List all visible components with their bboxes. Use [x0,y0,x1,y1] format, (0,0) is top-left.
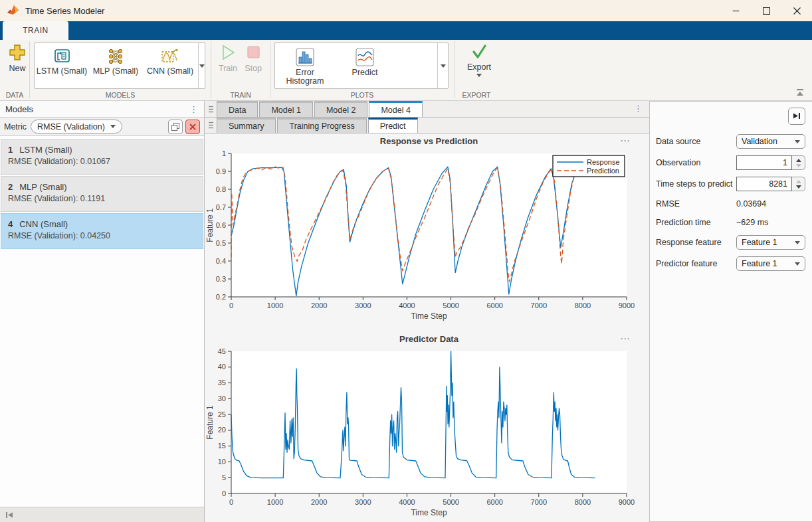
plots-gallery: Error Histogram Predict [274,43,449,89]
section-label-data: DATA [0,91,29,99]
cnn-label: CNN (Small) [147,67,193,76]
predictor-data-chart: ⋯ 01000200030004000500060007000800090000… [205,331,649,522]
svg-text:8000: 8000 [575,498,591,506]
metric-label: Metric [4,122,27,131]
tab-list-icon[interactable] [205,118,217,133]
model-list-item[interactable]: 1LSTM (Small) RMSE (Validation): 0.01067 [1,139,203,175]
tab-list-icon[interactable] [205,101,217,117]
svg-text:5000: 5000 [443,498,458,506]
chevron-down-icon [441,64,446,68]
tab-training-progress[interactable]: Training Progress [277,118,366,133]
plots-gallery-dropdown[interactable] [437,43,448,88]
svg-text:3000: 3000 [355,302,371,309]
copy-icon [171,122,180,131]
mlp-small-button[interactable]: MLP (Small) [89,43,142,88]
model-metric: RMSE (Validation): 0.1191 [8,194,196,203]
matlab-logo-icon [7,4,20,17]
tab-row-menu-icon[interactable]: ⋮ [634,104,643,114]
svg-text:20: 20 [218,426,226,434]
delete-model-button[interactable] [185,120,200,134]
models-gallery-dropdown[interactable] [198,43,205,88]
model-metric: RMSE (Validation): 0.01067 [8,157,196,166]
spinner-up-icon[interactable] [796,159,801,162]
svg-text:7000: 7000 [531,498,547,506]
tab-model-4[interactable]: Model 4 [369,101,422,117]
data-source-dropdown[interactable]: Validation [736,134,805,149]
main-area: Models ⋮ Metric RMSE (Validation) [0,101,812,522]
predictor-feature-dropdown[interactable]: Feature 1 [736,256,805,271]
svg-text:10: 10 [218,458,226,466]
svg-text:0.5: 0.5 [216,239,226,247]
svg-text:40: 40 [218,363,226,371]
charts-area: ⋯ 01000200030004000500060007000800090000… [205,133,649,522]
observation-row: Observation 1 [650,152,812,173]
close-button[interactable] [781,0,812,21]
ribbon-tab-row: TRAIN [0,21,812,40]
export-button[interactable]: Export [460,43,498,77]
svg-text:Time Step: Time Step [411,508,447,517]
predict-plot-button[interactable]: Predict [335,43,395,88]
response-feature-label: Response feature [656,238,736,247]
model-index: 2 [8,182,13,192]
cnn-small-button[interactable]: CNN (Small) [142,43,198,88]
svg-text:15: 15 [218,442,226,450]
svg-text:Feature 1: Feature 1 [205,208,215,242]
chart-menu-icon[interactable]: ⋯ [620,135,631,147]
models-panel-menu-icon[interactable]: ⋮ [189,104,199,114]
error-histogram-button[interactable]: Error Histogram [275,43,335,88]
tab-predict[interactable]: Predict [368,118,418,133]
predictor-feature-value: Feature 1 [742,259,795,268]
train-label: Train [219,64,237,73]
chevron-down-icon [476,74,482,77]
collapse-right-panel-button[interactable] [788,108,805,125]
tab-model-1[interactable]: Model 1 [259,101,312,117]
svg-text:Response vs Prediction: Response vs Prediction [380,136,478,146]
maximize-button[interactable] [751,0,781,21]
duplicate-model-button[interactable] [168,120,183,134]
play-icon [219,43,237,62]
model-list-item[interactable]: 2MLP (Small) RMSE (Validation): 0.1191 [1,176,203,212]
new-plus-icon [8,43,27,62]
tab-data[interactable]: Data [217,101,258,117]
model-list-item-selected[interactable]: 4CNN (Small) RMSE (Validation): 0.04250 [1,213,203,249]
error-histogram-icon [295,47,315,67]
spinner-down-icon[interactable] [796,164,801,167]
models-gallery: LSTM (Small) [34,43,205,89]
tab-summary[interactable]: Summary [217,118,276,133]
minimize-button[interactable] [720,0,751,21]
svg-text:7000: 7000 [531,302,547,309]
mlp-label: MLP (Small) [93,67,139,76]
metric-dropdown[interactable]: RMSE (Validation) [31,120,122,133]
lstm-small-button[interactable]: LSTM (Small) [35,43,89,88]
timesteps-label: Time steps to predict [656,179,736,189]
svg-text:4000: 4000 [399,498,415,506]
title-bar: Time Series Modeler [0,0,812,21]
spinner-up-icon[interactable] [796,180,801,183]
model-name: MLP (Small) [19,182,66,192]
timesteps-spinner[interactable]: 8281 [736,177,805,191]
new-button[interactable]: New [5,43,29,73]
svg-text:0.9: 0.9 [216,167,226,175]
svg-text:6000: 6000 [486,498,502,506]
collapse-ribbon-button[interactable] [793,87,807,98]
tab-train[interactable]: TRAIN [3,21,68,40]
collapse-left-panel-button[interactable] [0,507,204,522]
svg-text:0: 0 [222,489,226,497]
chevron-down-icon [110,125,116,128]
response-feature-dropdown[interactable]: Feature 1 [736,235,805,250]
data-source-row: Data source Validation [650,131,812,152]
rmse-value: 0.03694 [736,199,805,209]
observation-value[interactable]: 1 [736,155,792,170]
train-button[interactable]: Train [217,43,239,73]
chevron-down-icon [795,262,800,266]
svg-text:6000: 6000 [486,302,502,309]
stop-button[interactable]: Stop [242,43,264,73]
tab-model-2[interactable]: Model 2 [314,101,367,117]
data-source-label: Data source [656,137,736,146]
ribbon-toolbar: New DATA LSTM (S [0,40,812,101]
spinner-down-icon[interactable] [796,185,801,189]
observation-spinner[interactable]: 1 [736,155,805,170]
chart-menu-icon[interactable]: ⋯ [620,333,631,345]
svg-text:0.6: 0.6 [216,221,226,229]
timesteps-value[interactable]: 8281 [736,177,792,191]
